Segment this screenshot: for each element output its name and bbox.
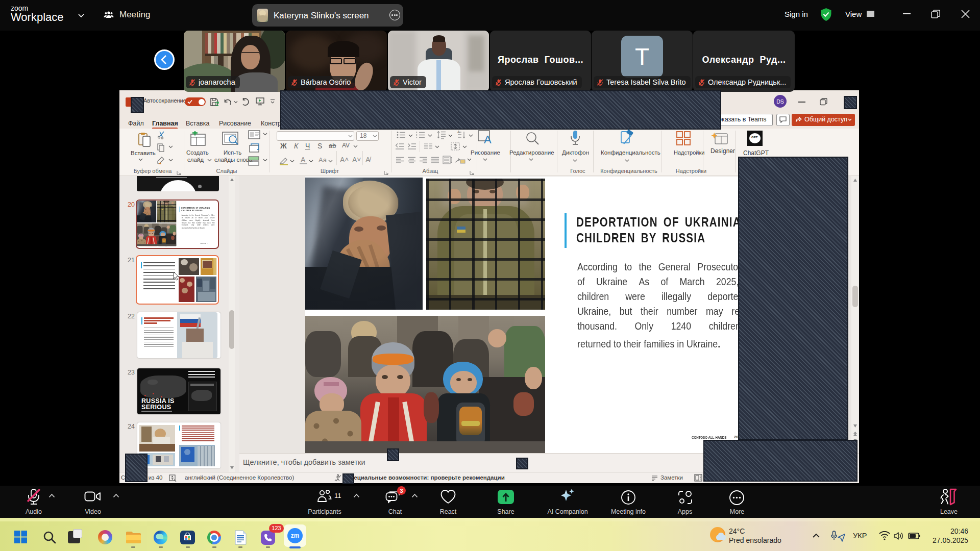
svg-text:A: A xyxy=(484,133,492,144)
svg-text:А: А xyxy=(457,131,460,134)
